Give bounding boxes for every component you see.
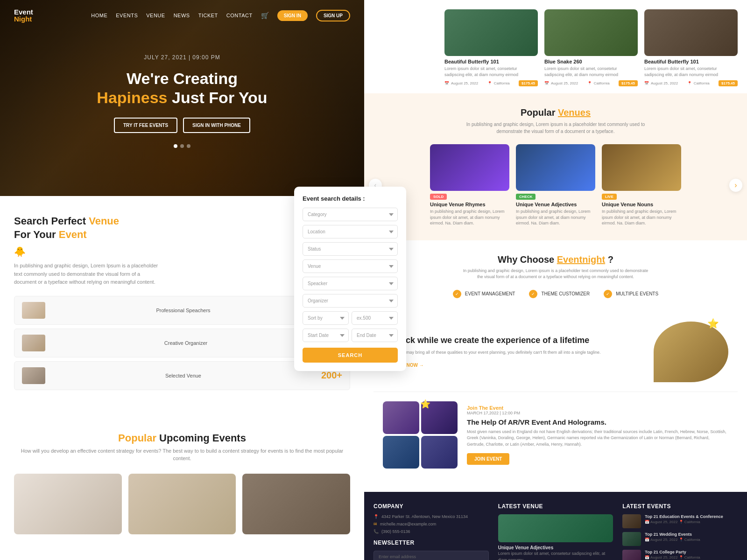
search-section: Search Perfect Venue For Your Event 🐥 In… bbox=[0, 196, 364, 413]
join-images-wrapper: ⭐ bbox=[383, 401, 458, 469]
top-event-1-location: 📍 California bbox=[487, 81, 510, 85]
cart-icon[interactable]: 🛒 bbox=[261, 12, 269, 19]
cta-text: Sit back while we create the experience … bbox=[383, 335, 601, 369]
top-event-1-image bbox=[444, 9, 538, 56]
end-date-select[interactable]: End Date bbox=[352, 329, 398, 342]
footer-company-col: COMPANY 📍 4342 Parker St. Allentown, New… bbox=[374, 503, 489, 560]
signin-phone-button[interactable]: SIGN IN WITH PHONE bbox=[183, 118, 250, 133]
top-event-2-desc: Lorem ipsum dolor sit amet, consetetur s… bbox=[544, 66, 638, 77]
events-subtitle: How will you develop an effective conten… bbox=[14, 447, 350, 462]
search-button[interactable]: SEARCH bbox=[303, 348, 398, 363]
price-select[interactable]: ex.500 bbox=[352, 311, 398, 325]
top-event-2-name: Blue Snake 260 bbox=[544, 59, 638, 64]
signin-button[interactable]: SIGN IN bbox=[277, 10, 308, 21]
why-subtitle: In publishing and graphic design, Lorem … bbox=[462, 268, 649, 280]
cta-image: ⭐ bbox=[654, 322, 728, 382]
hero-title-highlight: Hapiness bbox=[97, 89, 167, 106]
nav-home[interactable]: HOME bbox=[91, 13, 107, 18]
footer-events-col: LATEST EVENTS Top 21 Education Events & … bbox=[622, 503, 738, 560]
footer-venue-col: LATEST VENUE Unique Venue Adjectives Lor… bbox=[498, 503, 613, 560]
category-select[interactable]: Category bbox=[303, 208, 398, 221]
start-date-select[interactable]: Start Date bbox=[303, 329, 349, 342]
join-date: MARCH 17,2022 | 12:00 PM bbox=[467, 411, 728, 415]
hero-date: JULY 27, 2021 | 09:00 PM bbox=[0, 54, 364, 61]
why-feat-1: ✓ EVENT MANAGEMENT bbox=[453, 290, 515, 298]
footer-event-3-info: Top 21 College Party 📅 August 25, 2022 📍… bbox=[645, 550, 738, 560]
dot-1[interactable] bbox=[174, 144, 177, 148]
cta-desc: Though you may bring all of these qualit… bbox=[383, 350, 601, 356]
nav-ticket[interactable]: TICKET bbox=[198, 13, 218, 18]
hero-title-line1: We're Creating bbox=[127, 70, 238, 87]
footer-venue-desc: Lorem ipsum dolor sit amet, consetetur s… bbox=[498, 550, 613, 560]
hero-title-line2: Just For You bbox=[172, 89, 268, 106]
why-section: Why Choose Eventnight ? In publishing an… bbox=[364, 240, 747, 492]
organizer-select[interactable]: Organizer bbox=[303, 294, 398, 308]
status-select[interactable]: Status bbox=[303, 242, 398, 256]
search-layout: Search Perfect Venue For Your Event 🐥 In… bbox=[14, 215, 350, 399]
top-event-3-date: 📅 August 25, 2022 bbox=[644, 81, 678, 85]
event-card-2 bbox=[128, 474, 236, 534]
venues-next-arrow[interactable]: › bbox=[729, 179, 742, 192]
why-feat-3: ✓ MULTIPLE EVENTS bbox=[604, 290, 658, 298]
join-img-4 bbox=[421, 436, 458, 469]
dot-2[interactable] bbox=[180, 144, 184, 148]
nav-contact[interactable]: CONTACT bbox=[226, 13, 253, 18]
top-event-3-location: 📍 California bbox=[687, 81, 710, 85]
join-img-3 bbox=[383, 436, 419, 469]
top-events-row: Beautiful Butterfly 101 Lorem ipsum dolo… bbox=[364, 0, 747, 93]
location-icon: 📍 bbox=[374, 514, 379, 519]
why-title: Why Choose Eventnight ? bbox=[374, 254, 738, 265]
cta-block: Sit back while we create the experience … bbox=[374, 312, 738, 392]
venue-select[interactable]: Venue bbox=[303, 259, 398, 273]
venue-card-1: SOLD Unique Venue Rhymes In publishing a… bbox=[430, 144, 509, 226]
join-tag: Join The Event bbox=[467, 405, 728, 411]
footer-events-title: LATEST EVENTS bbox=[622, 503, 738, 510]
phone-icon: 📞 bbox=[374, 529, 379, 534]
search-card: Event search details : Category Location… bbox=[294, 187, 406, 371]
footer-event-2-image bbox=[622, 532, 641, 546]
join-event-button[interactable]: JOIN EVENT bbox=[467, 453, 509, 465]
top-event-3-name: Beautiful Butterfly 101 bbox=[644, 59, 738, 64]
stat-venues-label: Selected Venue bbox=[165, 373, 201, 378]
feat-3-label: MULTIPLE EVENTS bbox=[616, 291, 658, 296]
venue-3-name: Unique Venue Nouns bbox=[602, 202, 681, 207]
top-event-3-price: $175.45 bbox=[719, 80, 738, 86]
events-title: Popular Upcoming Events bbox=[14, 432, 350, 444]
footer-event-1-info: Top 21 Education Events & Conference 📅 A… bbox=[645, 514, 738, 528]
cta-title: Sit back while we create the experience … bbox=[383, 335, 601, 346]
footer-event-2-meta: 📅 August 25, 2022 📍 California bbox=[645, 538, 738, 542]
venues-grid: SOLD Unique Venue Rhymes In publishing a… bbox=[383, 144, 728, 226]
venue-1-image bbox=[430, 144, 509, 191]
newsletter-input[interactable] bbox=[374, 551, 489, 560]
footer-event-1-image bbox=[622, 514, 641, 528]
venue-2-image bbox=[516, 144, 595, 191]
speaker-select[interactable]: Speacker bbox=[303, 277, 398, 290]
dot-3[interactable] bbox=[187, 144, 190, 148]
venue-card-2: CHECK Unique Venue Adjectives In publish… bbox=[516, 144, 595, 226]
sort-price-row: Sort by ex.500 bbox=[303, 311, 398, 325]
footer-event-1-meta: 📅 August 25, 2022 📍 California bbox=[645, 520, 738, 524]
signup-button[interactable]: SIGN UP bbox=[316, 10, 350, 21]
logo-night: Night bbox=[14, 15, 33, 22]
join-section: ⭐ Join The Event MARCH 17,2022 | 12:00 P… bbox=[374, 392, 738, 478]
location-select[interactable]: Location bbox=[303, 225, 398, 238]
nav-events[interactable]: EVENTS bbox=[116, 13, 138, 18]
top-event-1-name: Beautiful Butterfly 101 bbox=[444, 59, 538, 64]
date-row: Start Date End Date bbox=[303, 329, 398, 342]
nav-news[interactable]: NEWS bbox=[174, 13, 190, 18]
sort-select[interactable]: Sort by bbox=[303, 311, 349, 325]
footer-event-1: Top 21 Education Events & Conference 📅 A… bbox=[622, 514, 738, 528]
top-event-2: Blue Snake 260 Lorem ipsum dolor sit ame… bbox=[544, 9, 638, 86]
top-event-3: Beautiful Butterfly 101 Lorem ipsum dolo… bbox=[644, 9, 738, 86]
venue-3-desc: In publishing and graphic design, Lorem … bbox=[602, 209, 681, 226]
hero-content: JULY 27, 2021 | 09:00 PM We're Creating … bbox=[0, 31, 364, 148]
nav-venue[interactable]: VENUE bbox=[146, 13, 165, 18]
feat-1-icon: ✓ bbox=[453, 290, 461, 298]
try-events-button[interactable]: TRY IT FEE EVENTS bbox=[114, 118, 177, 133]
top-event-1-desc: Lorem ipsum dolor sit amet, consetetur s… bbox=[444, 66, 538, 77]
venues-section: Popular Venues In publishing and graphic… bbox=[364, 93, 747, 240]
feat-2-label: THEME CUSTOMIZER bbox=[541, 291, 590, 296]
footer-venue-name: Unique Venue Adjectives bbox=[498, 545, 613, 550]
nav-links: HOME EVENTS VENUE NEWS TICKET CONTACT 🛒 … bbox=[91, 10, 350, 21]
stat-speakers-label: Professional Speachers bbox=[156, 308, 210, 313]
